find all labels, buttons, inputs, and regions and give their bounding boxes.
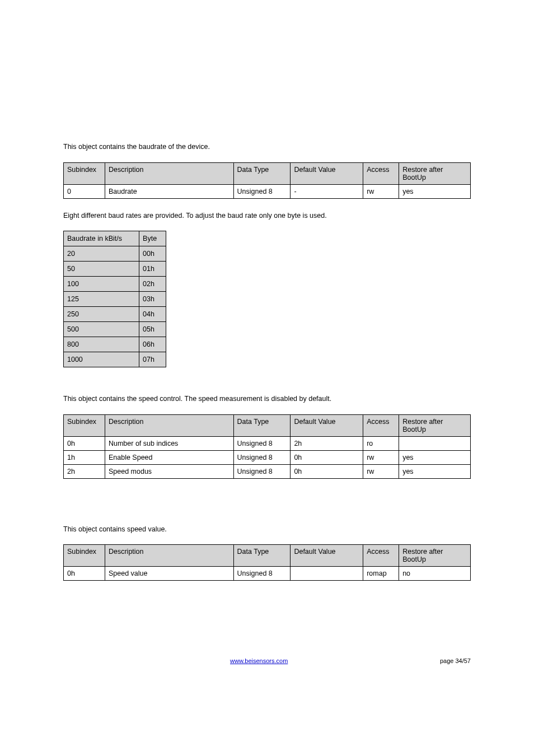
cell-rate: 20 [64,246,139,262]
cell-access: ro [363,436,399,450]
cell-default: - [291,184,363,198]
cell-rate: 500 [64,322,139,337]
th-datatype: Data Type [233,414,291,436]
th-default: Default Value [291,545,363,567]
cell-restore: yes [399,184,471,198]
cell-access: romap [363,567,399,581]
baudrate-object-table: Subindex Description Data Type Default V… [63,162,471,199]
cell-rate: 100 [64,277,139,292]
cell-byte: 04h [139,307,166,322]
th-access: Access [363,545,399,567]
table-header-row: Subindex Description Data Type Default V… [64,545,471,567]
cell-access: rw [363,464,399,478]
th-subindex: Subindex [64,545,105,567]
table-row: 2h Speed modus Unsigned 8 0h rw yes [64,464,471,478]
cell-rate: 125 [64,292,139,307]
th-default: Default Value [291,414,363,436]
cell-description: Number of sub indices [105,436,233,450]
cell-datatype: Unsigned 8 [233,464,291,478]
cell-byte: 07h [139,352,166,367]
cell-default: 2h [291,436,363,450]
cell-rate: 50 [64,262,139,277]
section1-intro: This object contains the baudrate of the… [63,142,471,152]
section1-note: Eight different baud rates are provided.… [63,211,471,221]
table-row: 20 00h [64,246,166,262]
table-header-row: Baudrate in kBit/s Byte [64,231,166,246]
th-description: Description [105,162,233,184]
th-byte: Byte [139,231,166,246]
table-row: 100 02h [64,277,166,292]
cell-subindex: 2h [64,464,105,478]
table-header-row: Subindex Description Data Type Default V… [64,162,471,184]
cell-access: rw [363,184,399,198]
page-number: page 34/57 [440,657,471,664]
cell-subindex: 0 [64,184,105,198]
table-row: 1000 07h [64,352,166,367]
th-description: Description [105,545,233,567]
table-row: 50 01h [64,262,166,277]
cell-description: Enable Speed [105,450,233,464]
cell-description: Speed value [105,567,233,581]
cell-restore: yes [399,450,471,464]
cell-byte: 03h [139,292,166,307]
th-access: Access [363,414,399,436]
speed-value-table: Subindex Description Data Type Default V… [63,544,471,581]
cell-restore: yes [399,464,471,478]
th-restore: Restore after BootUp [399,162,471,184]
cell-byte: 01h [139,262,166,277]
th-subindex: Subindex [64,162,105,184]
cell-byte: 00h [139,246,166,262]
cell-byte: 05h [139,322,166,337]
cell-subindex: 0h [64,567,105,581]
baudrate-byte-table: Baudrate in kBit/s Byte 20 00h 50 01h 10… [63,231,166,367]
cell-datatype: Unsigned 8 [233,184,291,198]
table-row: 800 06h [64,337,166,352]
table-row: 0h Speed value Unsigned 8 romap no [64,567,471,581]
cell-datatype: Unsigned 8 [233,450,291,464]
table-row: 0h Number of sub indices Unsigned 8 2h r… [64,436,471,450]
speed-control-table: Subindex Description Data Type Default V… [63,414,471,479]
table-row: 1h Enable Speed Unsigned 8 0h rw yes [64,450,471,464]
cell-subindex: 1h [64,450,105,464]
th-restore: Restore after BootUp [399,545,471,567]
th-rate: Baudrate in kBit/s [64,231,139,246]
footer-link[interactable]: www.beisensors.com [230,657,288,664]
section3-intro: This object contains speed value. [63,525,471,535]
cell-default: 0h [291,450,363,464]
table-row: 250 04h [64,307,166,322]
th-subindex: Subindex [64,414,105,436]
cell-restore [399,436,471,450]
table-header-row: Subindex Description Data Type Default V… [64,414,471,436]
spacer [63,491,471,525]
cell-default [291,567,363,581]
cell-rate: 800 [64,337,139,352]
table-row: 500 05h [64,322,166,337]
cell-access: rw [363,450,399,464]
section2-intro: This object contains the speed control. … [63,394,471,404]
cell-restore: no [399,567,471,581]
cell-rate: 250 [64,307,139,322]
table-row: 125 03h [64,292,166,307]
cell-subindex: 0h [64,436,105,450]
cell-byte: 06h [139,337,166,352]
cell-description: Speed modus [105,464,233,478]
th-datatype: Data Type [233,545,291,567]
th-datatype: Data Type [233,162,291,184]
table-row: 0 Baudrate Unsigned 8 - rw yes [64,184,471,198]
th-access: Access [363,162,399,184]
page-body: This object contains the baudrate of the… [63,0,471,593]
cell-byte: 02h [139,277,166,292]
th-description: Description [105,414,233,436]
cell-rate: 1000 [64,352,139,367]
th-restore: Restore after BootUp [399,414,471,436]
th-default: Default Value [291,162,363,184]
cell-default: 0h [291,464,363,478]
cell-description: Baudrate [105,184,233,198]
cell-datatype: Unsigned 8 [233,567,291,581]
cell-datatype: Unsigned 8 [233,436,291,450]
